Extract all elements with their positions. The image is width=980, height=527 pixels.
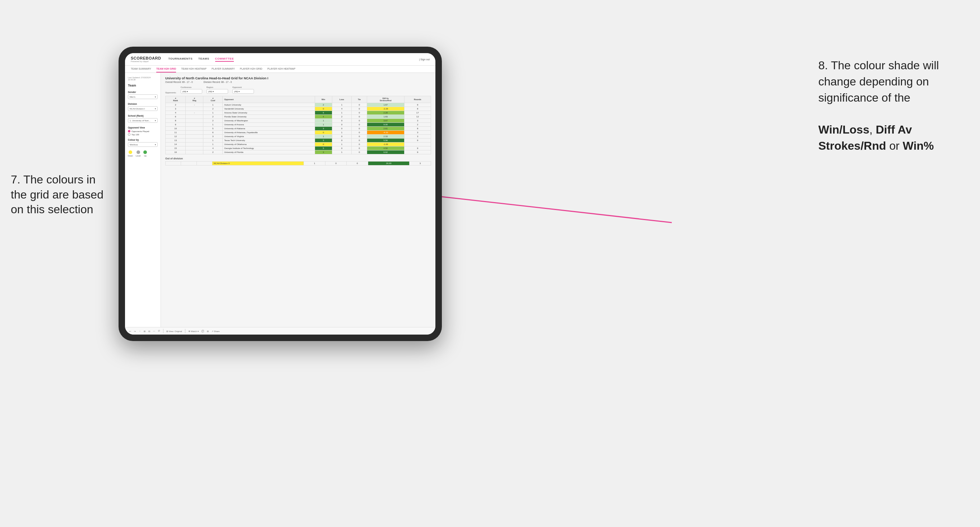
sub-nav-team-summary[interactable]: TEAM SUMMARY [131,66,151,73]
cell-rank: 15 [165,146,186,151]
cell-reg [186,135,203,138]
sub-nav-team-h2h-grid[interactable]: TEAM H2H GRID [156,66,176,73]
cell-rank: 10 [165,127,186,131]
out-division-table: NCAA Division II 1 0 0 26.00 3 [165,161,431,165]
cell-conf: 5 [203,127,223,131]
cell-rounds: 9 [404,146,431,151]
opponent-view-label: Opponent View [128,126,158,129]
cell-diff: 5.56 [367,138,404,143]
table-row: 9 1 University of Arizona 1 0 0 9.00 2 [165,123,431,127]
undo-button[interactable]: ↩ [129,330,131,332]
sub-nav-player-h2h-heatmap[interactable]: PLAYER H2H HEATMAP [267,66,295,73]
colour-by-label: Colour by [128,138,158,141]
region-filter-label: Region [207,86,228,88]
col-opponent: Opponent [223,96,315,103]
sign-out-link[interactable]: | Sign out [419,58,430,61]
copy-button[interactable]: ⊞ [144,330,145,332]
table-row: 12 3 University of Virginia 1 0 0 2.33 3 [165,135,431,138]
cell-diff: 1.83 [367,115,404,119]
cell-diff: -2.29 [367,107,404,111]
cell-conf: 3 [203,135,223,138]
watch-button[interactable]: 👁 Watch ▾ [188,330,199,332]
paste-button[interactable]: ⊟ [148,330,150,332]
nav-committee[interactable]: COMMITTEE [215,57,234,62]
redo-button[interactable]: ↪ [134,330,136,332]
cell-rounds: 3 [404,131,431,135]
cell-reg [186,123,203,127]
nav-bar: SCOREBOARD Powered by clippd TOURNAMENTS… [125,53,435,66]
h2h-grid-table: #Rank #Reg #Conf Opponent Win Loss Tie D… [165,96,431,154]
division-select[interactable]: NCAA Division I ▾ [128,106,158,111]
nav-teams[interactable]: TEAMS [198,57,210,62]
out-division-label: Out of division [165,157,431,160]
cell-diff: -4.33 [367,131,404,135]
col-win: Win [315,96,332,103]
table-header-row: #Rank #Reg #Conf Opponent Win Loss Tie D… [165,96,431,103]
cell-rounds: 3 [404,119,431,123]
sub-nav-player-h2h-grid[interactable]: PLAYER H2H GRID [240,66,262,73]
nav-links: TOURNAMENTS TEAMS COMMITTEE [168,57,234,62]
cell-reg [186,107,203,111]
sub-nav-player-summary[interactable]: PLAYER SUMMARY [212,66,235,73]
grid-view-button[interactable]: ⊞ [207,330,209,332]
cell-reg: - [186,103,203,107]
colour-by-select[interactable]: Win/loss ▾ [128,142,158,147]
cell-opponent: University of Alabama [223,127,315,131]
cell-rank: 6 [165,115,186,119]
cell-win: 3 [315,127,332,131]
cell-tie: 0 [352,107,367,111]
top100-radio[interactable]: Top 100 [128,133,158,136]
share-button[interactable]: ↗ Share [212,330,220,332]
cell-loss: 2 [332,115,352,119]
cell-conf: 6 [203,131,223,135]
cell-tie: 0 [352,123,367,127]
cell-diff: 3.67 [367,119,404,123]
school-select[interactable]: 1. University of Nort... ▾ [128,118,158,123]
nav-tournaments[interactable]: TOURNAMENTS [168,57,192,62]
sub-nav-team-h2h-heatmap[interactable]: TEAM H2H HEATMAP [181,66,207,73]
cell-opponent: University of Florida [223,151,315,154]
cell-reg [186,127,203,131]
cell-win: 1 [315,123,332,127]
cell-tie: 0 [352,135,367,138]
gender-select[interactable]: Men's ▾ [128,94,158,99]
od-reg [181,162,197,165]
opponent-filter-select[interactable]: (All) ▾ [232,89,254,94]
forward-button[interactable]: → [138,330,141,332]
cell-opponent: Vanderbilt University [223,107,315,111]
division-record: Division Record: 88 - 17 - 0 [204,81,232,83]
cell-loss: 4 [332,107,352,111]
cell-opponent: Texas Tech University [223,138,315,143]
cell-opponent: Florida State University [223,115,315,119]
cell-rank: 16 [165,151,186,154]
cell-reg [186,151,203,154]
filter-opponent: Opponent (All) ▾ [232,86,254,94]
cell-rounds: 9 [404,138,431,143]
colour-legend: Down Level Up [128,151,158,157]
view-original-button[interactable]: ⊞ View: Original [166,330,182,332]
team-section: Team [128,84,158,87]
clock-button[interactable]: ⏱ [158,330,160,332]
cell-opponent: University of Virginia [223,135,315,138]
conference-filter-select[interactable]: (All) ▾ [181,89,202,94]
region-filter-select[interactable]: (All) ▾ [207,89,228,94]
filters-row: Opponents: Conference (All) ▾ Region (Al… [165,86,431,94]
opponent-played-radio[interactable]: Opponents Played [128,130,158,132]
logo: SCOREBOARD Powered by clippd [131,56,161,62]
cell-loss: 0 [332,127,352,131]
sub-nav: TEAM SUMMARY TEAM H2H GRID TEAM H2H HEAT… [125,66,435,73]
conference-filter-label: Conference [181,86,202,88]
od-loss: 0 [325,162,346,165]
cell-diff: 2.28 [367,111,404,115]
filter-conference: Conference (All) ▾ [181,86,202,94]
dash-button[interactable]: — [153,330,155,332]
comment-button[interactable]: 💬 [202,330,204,332]
cell-opponent: University of Arizona [223,123,315,127]
division-label: Division [128,103,158,105]
col-tie: Tie [352,96,367,103]
od-opponent: NCAA Division II [212,162,304,165]
gender-section: Gender Men's ▾ [128,91,158,99]
school-label: School (Rank) [128,114,158,117]
cell-rounds: 9 [404,151,431,154]
cell-win: 2 [315,103,332,107]
